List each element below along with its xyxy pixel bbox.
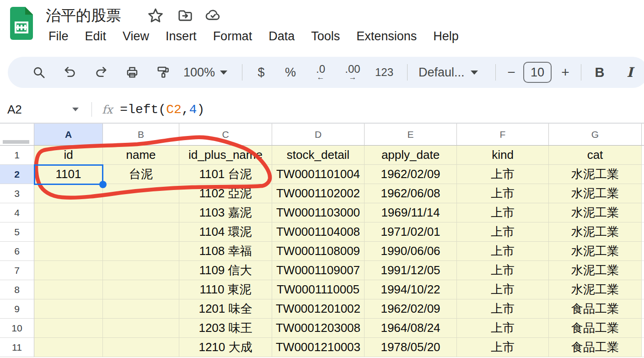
select-all-corner[interactable] bbox=[0, 124, 34, 146]
cell-G5[interactable]: 水泥工業 bbox=[549, 222, 642, 242]
cell-A9[interactable] bbox=[34, 299, 103, 319]
format-currency-button[interactable]: $ bbox=[248, 60, 274, 85]
cell-C6[interactable]: 1108 幸福 bbox=[179, 242, 272, 261]
number-format-button[interactable]: 123 bbox=[370, 60, 398, 85]
cell-D5[interactable]: TW0001104008 bbox=[272, 222, 365, 242]
cell-A3[interactable] bbox=[34, 184, 103, 203]
paint-format-button[interactable] bbox=[150, 60, 177, 85]
document-title[interactable]: 治平的股票 bbox=[46, 5, 121, 26]
font-size-input[interactable]: 10 bbox=[523, 62, 552, 83]
italic-button[interactable]: I bbox=[616, 60, 644, 85]
row-header-11[interactable]: 11 bbox=[0, 338, 34, 357]
cell-A1[interactable]: id bbox=[34, 146, 103, 165]
menu-format[interactable]: Format bbox=[205, 27, 261, 45]
menu-file[interactable]: File bbox=[40, 27, 77, 45]
row-header-8[interactable]: 8 bbox=[0, 280, 34, 299]
undo-button[interactable] bbox=[56, 60, 84, 85]
cell-A4[interactable] bbox=[34, 203, 103, 222]
cell-E6[interactable]: 1990/06/06 bbox=[365, 242, 457, 261]
sheets-logo-icon[interactable] bbox=[10, 7, 33, 40]
column-header-E[interactable]: E bbox=[365, 124, 457, 146]
row-header-4[interactable]: 4 bbox=[0, 203, 34, 222]
cell-C7[interactable]: 1109 信大 bbox=[179, 261, 272, 280]
cell-E3[interactable]: 1962/06/08 bbox=[365, 184, 457, 203]
row-header-2[interactable]: 2 bbox=[0, 165, 34, 184]
cell-C10[interactable]: 1203 味王 bbox=[179, 319, 272, 338]
cell-A5[interactable] bbox=[34, 222, 103, 242]
print-button[interactable] bbox=[118, 60, 146, 85]
cell-F8[interactable]: 上市 bbox=[457, 280, 549, 299]
format-percent-button[interactable]: % bbox=[277, 60, 304, 85]
decrease-font-size-button[interactable]: − bbox=[500, 60, 522, 85]
cell-G10[interactable]: 食品工業 bbox=[549, 319, 642, 338]
cell-D9[interactable]: TW0001201002 bbox=[272, 299, 365, 319]
cell-B10[interactable] bbox=[103, 319, 179, 338]
column-header-D[interactable]: D bbox=[272, 124, 365, 146]
cell-D3[interactable]: TW0001102002 bbox=[272, 184, 365, 203]
cell-F6[interactable]: 上市 bbox=[457, 242, 549, 261]
increase-decimal-button[interactable]: .00→ bbox=[338, 60, 368, 85]
cell-C1[interactable]: id_plus_name bbox=[179, 146, 272, 165]
cell-E10[interactable]: 1964/08/24 bbox=[365, 319, 457, 338]
menu-data[interactable]: Data bbox=[260, 27, 303, 45]
cell-B1[interactable]: name bbox=[103, 146, 179, 165]
cell-G2[interactable]: 水泥工業 bbox=[549, 165, 642, 184]
cell-E8[interactable]: 1994/10/22 bbox=[365, 280, 457, 299]
font-family-select[interactable]: Defaul... bbox=[414, 60, 483, 85]
move-folder-icon[interactable] bbox=[177, 7, 194, 24]
row-header-6[interactable]: 6 bbox=[0, 242, 34, 261]
cell-G6[interactable]: 水泥工業 bbox=[549, 242, 642, 261]
cell-F3[interactable]: 上市 bbox=[457, 184, 549, 203]
menu-extensions[interactable]: Extensions bbox=[348, 27, 425, 45]
cell-G9[interactable]: 食品工業 bbox=[549, 299, 642, 319]
cell-F4[interactable]: 上市 bbox=[457, 203, 549, 222]
cell-D6[interactable]: TW0001108009 bbox=[272, 242, 365, 261]
row-header-1[interactable]: 1 bbox=[0, 146, 34, 165]
column-header-G[interactable]: G bbox=[549, 124, 642, 146]
column-header-F[interactable]: F bbox=[457, 124, 549, 146]
cell-E2[interactable]: 1962/02/09 bbox=[365, 165, 457, 184]
cell-G8[interactable]: 水泥工業 bbox=[549, 280, 642, 299]
cell-A7[interactable] bbox=[34, 261, 103, 280]
cell-D10[interactable]: TW0001203008 bbox=[272, 319, 365, 338]
row-header-5[interactable]: 5 bbox=[0, 222, 34, 242]
cell-A2[interactable]: 1101 bbox=[34, 165, 103, 184]
cell-C5[interactable]: 1104 環泥 bbox=[179, 222, 272, 242]
cell-D4[interactable]: TW0001103000 bbox=[272, 203, 365, 222]
cell-B2[interactable]: 台泥 bbox=[103, 165, 179, 184]
cell-G3[interactable]: 水泥工業 bbox=[549, 184, 642, 203]
cell-B3[interactable] bbox=[103, 184, 179, 203]
cell-D7[interactable]: TW0001109007 bbox=[272, 261, 365, 280]
cell-E9[interactable]: 1962/02/09 bbox=[365, 299, 457, 319]
cell-F10[interactable]: 上市 bbox=[457, 319, 549, 338]
cell-F1[interactable]: kind bbox=[457, 146, 549, 165]
search-button[interactable] bbox=[25, 60, 53, 85]
cell-F5[interactable]: 上市 bbox=[457, 222, 549, 242]
cell-B7[interactable] bbox=[103, 261, 179, 280]
menu-help[interactable]: Help bbox=[425, 27, 467, 45]
cell-G11[interactable]: 食品工業 bbox=[549, 338, 642, 357]
cell-D1[interactable]: stock_detail bbox=[272, 146, 365, 165]
cell-G7[interactable]: 水泥工業 bbox=[549, 261, 642, 280]
cell-D8[interactable]: TW0001110005 bbox=[272, 280, 365, 299]
cell-G4[interactable]: 水泥工業 bbox=[549, 203, 642, 222]
cell-B4[interactable] bbox=[103, 203, 179, 222]
cell-G1[interactable]: cat bbox=[549, 146, 642, 165]
cell-B5[interactable] bbox=[103, 222, 179, 242]
row-header-7[interactable]: 7 bbox=[0, 261, 34, 280]
row-header-9[interactable]: 9 bbox=[0, 299, 34, 319]
formula-input[interactable]: =left(C2,4) bbox=[120, 103, 204, 117]
decrease-decimal-button[interactable]: .0← bbox=[306, 60, 335, 85]
cell-C9[interactable]: 1201 味全 bbox=[179, 299, 272, 319]
menu-tools[interactable]: Tools bbox=[303, 27, 348, 45]
column-header-A[interactable]: A bbox=[34, 124, 103, 146]
cell-E1[interactable]: apply_date bbox=[365, 146, 457, 165]
cell-F11[interactable]: 上市 bbox=[457, 338, 549, 357]
fill-handle[interactable] bbox=[99, 181, 107, 188]
cell-C4[interactable]: 1103 嘉泥 bbox=[179, 203, 272, 222]
cell-A6[interactable] bbox=[34, 242, 103, 261]
cell-E7[interactable]: 1991/12/05 bbox=[365, 261, 457, 280]
menu-view[interactable]: View bbox=[114, 27, 157, 45]
cell-B9[interactable] bbox=[103, 299, 179, 319]
cell-E5[interactable]: 1971/02/01 bbox=[365, 222, 457, 242]
